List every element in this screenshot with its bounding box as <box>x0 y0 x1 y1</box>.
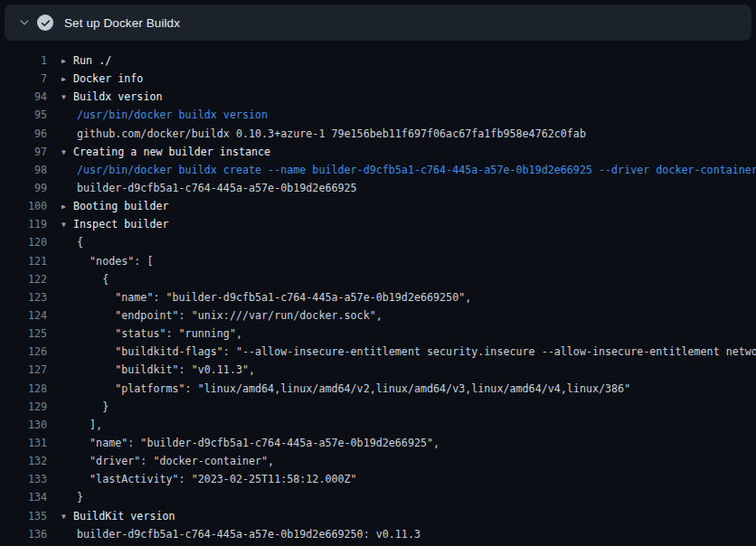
log-line-text: /usr/bin/docker buildx create --name bui… <box>61 161 756 179</box>
log-line-text: "endpoint": "unix:///var/run/docker.sock… <box>61 306 383 325</box>
log-line-text: "platforms": "linux/amd64,linux/amd64/v2… <box>61 380 630 398</box>
log-line-text: "name": "builder-d9cfb5a1-c764-445a-a57e… <box>61 434 439 452</box>
log-line: 94 ▼Buildx version <box>0 88 756 106</box>
line-number-link[interactable]: 127 <box>0 361 47 379</box>
log-group-toggle[interactable]: ▼Buildx version <box>61 88 163 106</box>
log-group-toggle[interactable]: ▶Run ./ <box>61 52 111 70</box>
log-line-text: "buildkit": "v0.11.3", <box>61 361 255 379</box>
log-line-text: github.com/docker/buildx 0.10.3+azure-1 … <box>61 125 586 143</box>
step-header[interactable]: Set up Docker Buildx <box>5 5 751 41</box>
log-line-text: builder-d9cfb5a1-c764-445a-a57e-0b19d2e6… <box>61 179 357 197</box>
log-line: 127 "buildkit": "v0.11.3", <box>0 361 756 379</box>
line-number-link[interactable]: 121 <box>0 252 47 270</box>
chevron-right-icon: ▶ <box>61 71 73 89</box>
log-group-toggle[interactable]: ▼BuildKit version <box>61 507 175 525</box>
log-line: 134 } <box>0 488 756 506</box>
log-line: 119 ▼Inspect builder <box>0 215 756 233</box>
line-number-link[interactable]: 123 <box>0 288 47 306</box>
log-line: 130 ], <box>0 416 756 434</box>
log-line-text: "buildkitd-flags": "--allow-insecure-ent… <box>61 343 756 361</box>
log-line: 121 "nodes": [ <box>0 252 756 270</box>
log-line: 133 "lastActivity": "2023-02-25T11:58:12… <box>0 470 756 488</box>
log-line: 126 "buildkitd-flags": "--allow-insecure… <box>0 343 756 361</box>
log-group-toggle[interactable]: ▼Creating a new builder instance <box>61 143 270 161</box>
line-number-link[interactable]: 132 <box>0 452 47 470</box>
log-line-text: "lastActivity": "2023-02-25T11:58:12.000… <box>61 470 357 488</box>
line-number-link[interactable]: 94 <box>0 88 47 106</box>
log-line-text: } <box>61 398 109 416</box>
line-number-link[interactable]: 1 <box>0 52 47 70</box>
line-number-link[interactable]: 125 <box>0 325 47 343</box>
log-line: 95 /usr/bin/docker buildx version <box>0 106 756 124</box>
log-line: 136 builder-d9cfb5a1-c764-445a-a57e-0b19… <box>0 525 756 543</box>
line-number-link[interactable]: 130 <box>0 416 47 434</box>
line-number-link[interactable]: 95 <box>0 106 47 124</box>
log-group-title: Booting builder <box>73 200 169 212</box>
log-group-title: Creating a new builder instance <box>73 146 270 158</box>
log-line-text: "nodes": [ <box>61 252 153 270</box>
log-line: 97 ▼Creating a new builder instance <box>0 143 756 161</box>
line-number-link[interactable]: 98 <box>0 161 47 179</box>
log-line: 122 { <box>0 270 756 288</box>
check-circle-icon <box>37 14 53 31</box>
log-line: 7 ▶Docker info <box>0 70 756 88</box>
line-number-link[interactable]: 134 <box>0 488 47 506</box>
log-line: 125 "status": "running", <box>0 325 756 343</box>
log-group-toggle[interactable]: ▶Booting builder <box>61 197 169 215</box>
log-line-text: } <box>61 488 83 506</box>
chevron-down-icon[interactable] <box>18 16 31 29</box>
line-number-link[interactable]: 131 <box>0 434 47 452</box>
line-number-link[interactable]: 97 <box>0 143 47 161</box>
log-line: 120 { <box>0 233 756 251</box>
line-number-link[interactable]: 135 <box>0 507 47 525</box>
log-line: 99 builder-d9cfb5a1-c764-445a-a57e-0b19d… <box>0 179 756 197</box>
log-line: 128 "platforms": "linux/amd64,linux/amd6… <box>0 380 756 398</box>
log-group-toggle[interactable]: ▶Docker info <box>61 70 143 88</box>
line-number-link[interactable]: 124 <box>0 306 47 325</box>
line-number-link[interactable]: 122 <box>0 270 47 288</box>
chevron-right-icon: ▶ <box>61 52 73 71</box>
log-group-title: Run ./ <box>73 54 111 67</box>
line-number-link[interactable]: 120 <box>0 233 47 251</box>
line-number-link[interactable]: 99 <box>0 179 47 197</box>
line-number-link[interactable]: 119 <box>0 215 47 233</box>
log-group-toggle[interactable]: ▼Inspect builder <box>61 215 169 233</box>
log-group-title: Buildx version <box>73 90 163 103</box>
line-number-link[interactable]: 128 <box>0 380 47 398</box>
log-line-text: { <box>61 270 109 288</box>
line-number-link[interactable]: 7 <box>0 70 47 88</box>
line-number-link[interactable]: 96 <box>0 125 47 143</box>
log-lines: 1 ▶Run ./ 7 ▶Docker info 94 ▼Buildx vers… <box>0 41 756 543</box>
log-line-text: ], <box>61 416 102 434</box>
chevron-down-icon: ▼ <box>61 216 73 234</box>
line-number-link[interactable]: 136 <box>0 525 47 543</box>
chevron-right-icon: ▶ <box>61 198 73 216</box>
log-line: 96 github.com/docker/buildx 0.10.3+azure… <box>0 125 756 143</box>
log-line: 98 /usr/bin/docker buildx create --name … <box>0 161 756 179</box>
chevron-down-icon: ▼ <box>61 508 73 526</box>
line-number-link[interactable]: 126 <box>0 343 47 361</box>
line-number-link[interactable]: 100 <box>0 197 47 215</box>
log-line: 100 ▶Booting builder <box>0 197 756 215</box>
log-group-title: Docker info <box>73 72 143 85</box>
log-line: 135 ▼BuildKit version <box>0 507 756 525</box>
log-line-text: "name": "builder-d9cfb5a1-c764-445a-a57e… <box>61 288 471 306</box>
step-title: Set up Docker Buildx <box>64 16 180 30</box>
log-line: 129 } <box>0 398 756 416</box>
log-line-text: builder-d9cfb5a1-c764-445a-a57e-0b19d2e6… <box>61 525 421 543</box>
log-line: 1 ▶Run ./ <box>0 52 756 70</box>
line-number-link[interactable]: 129 <box>0 398 47 416</box>
log-line-text: "status": "running", <box>61 325 242 343</box>
log-line-text: /usr/bin/docker buildx version <box>61 106 268 124</box>
log-line: 124 "endpoint": "unix:///var/run/docker.… <box>0 306 756 325</box>
chevron-down-icon: ▼ <box>61 144 73 162</box>
log-line: 131 "name": "builder-d9cfb5a1-c764-445a-… <box>0 434 756 452</box>
log-line: 123 "name": "builder-d9cfb5a1-c764-445a-… <box>0 288 756 306</box>
line-number-link[interactable]: 133 <box>0 470 47 488</box>
log-line: 132 "driver": "docker-container", <box>0 452 756 470</box>
log-group-title: BuildKit version <box>73 510 175 522</box>
chevron-down-icon: ▼ <box>61 89 73 107</box>
log-line-text: "driver": "docker-container", <box>61 452 274 470</box>
log-line-text: { <box>61 233 83 251</box>
log-group-title: Inspect builder <box>73 218 169 231</box>
